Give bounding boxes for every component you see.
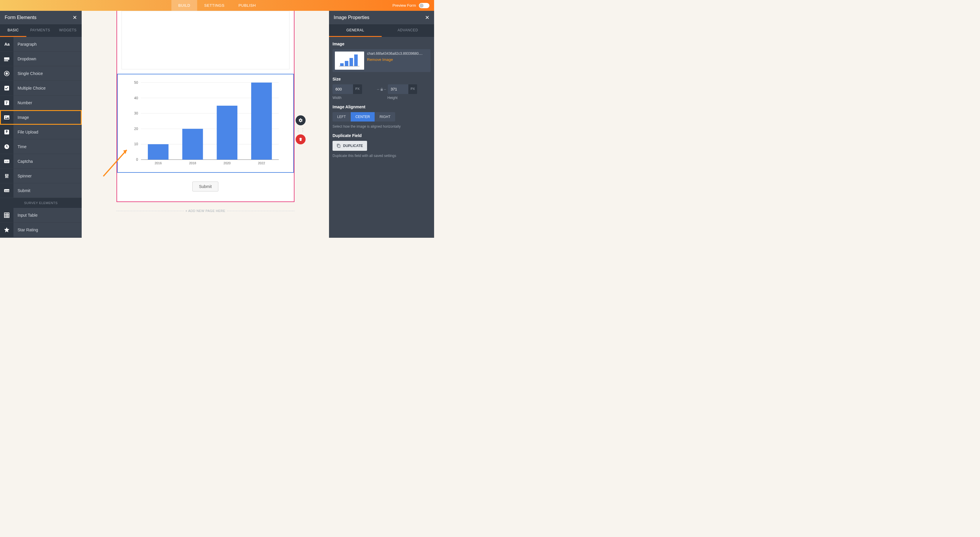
element-item-spinner[interactable]: Spinner xyxy=(0,169,82,183)
element-item-upload[interactable]: File Upload xyxy=(0,125,82,139)
alignment-button-group: LEFT CENTER RIGHT xyxy=(332,112,431,121)
element-item-captcha[interactable]: 1C8Captcha xyxy=(0,154,82,169)
width-input[interactable] xyxy=(332,84,353,94)
height-input[interactable] xyxy=(388,84,408,94)
image-property-section: Image chart.66fa43436a82c3.89339680.... … xyxy=(329,37,434,72)
paragraph-icon: Aa xyxy=(0,37,13,51)
submit-button[interactable]: Submit xyxy=(192,182,219,191)
image-filename: chart.66fa43436a82c3.89339680.... xyxy=(367,51,428,56)
image-properties-panel: Image Properties ✕ GENERAL ADVANCED Imag… xyxy=(329,11,434,238)
top-navigation-bar: BUILD SETTINGS PUBLISH Preview Form xyxy=(0,0,434,11)
drag-handle-icon[interactable]: ⋮⋮ xyxy=(296,127,305,132)
image-icon xyxy=(0,110,13,124)
element-item-number[interactable]: 7Number xyxy=(0,96,82,110)
tab-general[interactable]: GENERAL xyxy=(329,24,382,37)
tab-basic[interactable]: BASIC xyxy=(0,24,26,37)
align-center-button[interactable]: CENTER xyxy=(351,112,375,121)
form-elements-panel: Form Elements ✕ BASIC PAYMENTS WIDGETS A… xyxy=(0,11,82,238)
aspect-lock[interactable]: – – xyxy=(377,87,386,91)
element-item-star[interactable]: Star Rating xyxy=(0,223,82,237)
field-delete-button[interactable] xyxy=(296,134,305,144)
svg-text:2020: 2020 xyxy=(223,161,231,165)
tab-advanced[interactable]: ADVANCED xyxy=(382,24,434,37)
tab-settings[interactable]: SETTINGS xyxy=(197,0,232,11)
element-label: Captcha xyxy=(13,159,33,164)
checkbox-icon xyxy=(0,81,13,95)
svg-text:20: 20 xyxy=(134,127,138,131)
topbar-right: Preview Form xyxy=(393,3,430,8)
number-icon: 7 xyxy=(0,96,13,110)
align-left-button[interactable]: LEFT xyxy=(332,112,351,121)
size-property-section: Size PX – – PX xyxy=(329,72,434,100)
element-item-dropdown[interactable]: Dropdown xyxy=(0,51,82,66)
size-sublabels: Width Height xyxy=(332,96,431,100)
height-label: Height xyxy=(376,96,431,100)
element-label: Dropdown xyxy=(13,56,36,61)
svg-rect-38 xyxy=(182,129,203,159)
element-label: Multiple Choice xyxy=(13,86,46,91)
duplicate-button[interactable]: DUPLICATE xyxy=(332,141,367,151)
svg-text:10: 10 xyxy=(134,142,138,146)
svg-text:Aa: Aa xyxy=(5,42,10,46)
svg-rect-19 xyxy=(5,213,9,218)
image-meta: chart.66fa43436a82c3.89339680.... Remove… xyxy=(367,51,428,70)
size-inputs-row: PX – – PX xyxy=(332,84,431,94)
height-unit-label: PX xyxy=(408,84,417,94)
tab-payments[interactable]: PAYMENTS xyxy=(26,24,54,37)
svg-rect-49 xyxy=(350,58,353,66)
element-item-paragraph[interactable]: AaParagraph xyxy=(0,37,82,51)
empty-field-block[interactable] xyxy=(121,11,290,69)
element-item-time[interactable]: Time xyxy=(0,139,82,154)
width-label: Width xyxy=(332,96,376,100)
section-label: Size xyxy=(332,77,431,81)
alignment-help-text: Select how the image is aligned horizont… xyxy=(332,124,431,129)
height-input-group: PX xyxy=(388,84,431,94)
close-icon[interactable]: ✕ xyxy=(73,14,77,21)
svg-text:2018: 2018 xyxy=(189,161,196,165)
close-icon[interactable]: ✕ xyxy=(425,14,430,21)
svg-point-9 xyxy=(6,116,6,117)
element-label: Image xyxy=(13,115,29,120)
element-item-radio[interactable]: Single Choice xyxy=(0,66,82,81)
align-right-button[interactable]: RIGHT xyxy=(375,112,395,121)
left-panel-header: Form Elements ✕ xyxy=(0,11,82,24)
tab-widgets[interactable]: WIDGETS xyxy=(54,24,82,37)
element-label: Input Table xyxy=(13,213,37,218)
svg-text:2016: 2016 xyxy=(154,161,162,165)
svg-rect-1 xyxy=(4,57,10,60)
captcha-icon: 1C8 xyxy=(0,154,13,168)
tab-publish[interactable]: PUBLISH xyxy=(232,0,263,11)
topbar-tabs: BUILD SETTINGS PUBLISH xyxy=(171,0,263,11)
svg-rect-40 xyxy=(216,106,237,159)
form-canvas: 010203040502016201820202022 ⋮⋮ Submit + … xyxy=(82,11,329,238)
remove-image-link[interactable]: Remove Image xyxy=(367,57,393,62)
spinner-icon xyxy=(0,169,13,183)
section-label: Image xyxy=(332,41,431,46)
element-label: Number xyxy=(13,100,32,105)
element-label: Single Choice xyxy=(13,71,43,76)
duplicate-button-label: DUPLICATE xyxy=(343,144,363,148)
element-label: Paragraph xyxy=(13,42,37,46)
svg-point-15 xyxy=(6,176,7,177)
lock-icon xyxy=(380,88,383,91)
image-field-block[interactable]: 010203040502016201820202022 ⋮⋮ xyxy=(117,74,294,173)
element-item-image[interactable]: Image xyxy=(0,110,82,125)
submit-row: Submit xyxy=(117,173,294,201)
upload-icon xyxy=(0,125,13,139)
add-new-page-button[interactable]: + ADD NEW PAGE HERE xyxy=(116,202,294,220)
element-label: Submit xyxy=(13,188,30,193)
trash-icon xyxy=(299,137,303,142)
element-item-submit[interactable]: SENDSubmit xyxy=(0,183,82,198)
duplicate-icon xyxy=(337,144,341,148)
svg-text:SEND: SEND xyxy=(5,190,10,192)
preview-form-label: Preview Form xyxy=(393,3,416,8)
image-thumbnail[interactable] xyxy=(335,51,364,70)
element-item-checkbox[interactable]: Multiple Choice xyxy=(0,81,82,96)
preview-form-toggle[interactable] xyxy=(419,3,430,8)
svg-text:2022: 2022 xyxy=(258,161,265,165)
field-settings-button[interactable] xyxy=(296,115,305,125)
svg-text:50: 50 xyxy=(134,81,138,84)
element-item-table[interactable]: Input Table xyxy=(0,208,82,223)
right-panel-tabs: GENERAL ADVANCED xyxy=(329,24,434,37)
tab-build[interactable]: BUILD xyxy=(171,0,197,11)
